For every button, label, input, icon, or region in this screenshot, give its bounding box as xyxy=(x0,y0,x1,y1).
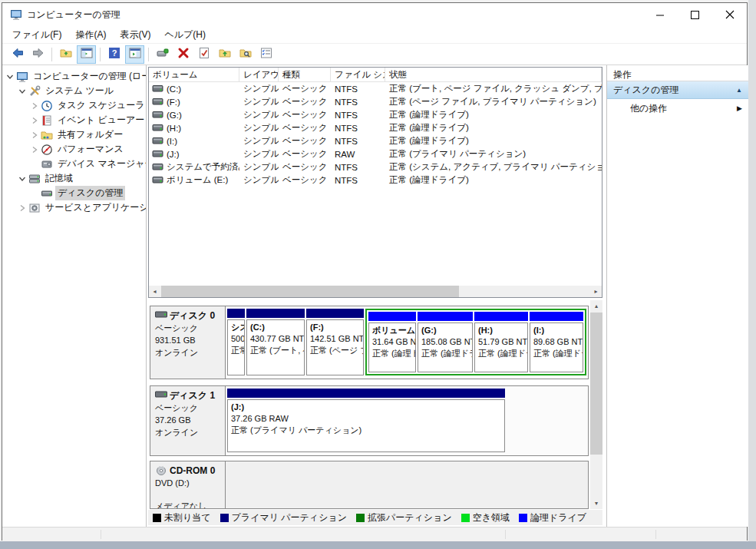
toolbar-show-console-tree-button[interactable] xyxy=(77,45,96,64)
sidebar-item-system-tools[interactable]: システム ツール xyxy=(2,84,146,98)
desktop-edge-bottom xyxy=(0,541,756,549)
toolbar-folder-up-button[interactable] xyxy=(215,45,234,64)
volume-row-c[interactable]: (C:)シンプルベーシックNTFS正常 (ブート, ページ ファイル, クラッシ… xyxy=(149,82,602,95)
disk-name: ディスク 0 xyxy=(170,309,215,322)
toolbar-show-action-pane-button[interactable] xyxy=(125,45,144,64)
volume-name: (C:) xyxy=(167,84,181,94)
title-bar: コンピューターの管理 xyxy=(2,3,747,26)
sidebar-item-shared-folders[interactable]: 共有フォルダー xyxy=(2,127,146,142)
volume-name: (I:) xyxy=(167,137,177,146)
partition-label: ボリューム (E:) xyxy=(372,325,415,336)
sidebar-item-task-scheduler[interactable]: タスク スケジューラ xyxy=(2,98,146,113)
scroll-down-arrow-icon[interactable]: ▾ xyxy=(590,498,602,509)
scroll-up-arrow-icon[interactable]: ▴ xyxy=(590,300,602,312)
scroll-left-arrow-icon[interactable]: ◂ xyxy=(149,286,160,297)
expanded-chevron-icon[interactable] xyxy=(17,174,28,184)
toolbar-folder-find-button[interactable] xyxy=(236,45,255,64)
toolbar-up-folder-button[interactable] xyxy=(56,45,75,64)
sidebar-item-services-and-applications[interactable]: サービスとアプリケーション xyxy=(2,200,146,215)
volume-drive-icon xyxy=(152,135,163,147)
expanded-chevron-icon[interactable] xyxy=(5,72,15,81)
collapsed-chevron-icon[interactable] xyxy=(29,101,40,111)
toolbar-forward-button[interactable] xyxy=(28,45,48,64)
legend-swatch-icon xyxy=(461,514,470,522)
column-header-3[interactable]: ファイル システム xyxy=(331,68,385,81)
close-button[interactable] xyxy=(712,3,747,26)
partition-e[interactable]: ボリューム (E:)31.64 GB NTFS正常 (論理ドライブ) xyxy=(368,312,416,372)
legend-swatch-icon xyxy=(220,514,229,522)
volume-type: ベーシック xyxy=(279,122,331,134)
partition-type-bar xyxy=(306,309,364,318)
disk-0-label-panel[interactable]: ディスク 0ベーシック931.51 GBオンライン xyxy=(150,306,226,379)
maximize-button[interactable] xyxy=(678,3,712,26)
column-header-1[interactable]: レイアウト xyxy=(239,68,279,81)
volume-name: システムで予約済み xyxy=(167,161,239,173)
partition-type-bar xyxy=(246,309,305,318)
volume-row-g[interactable]: (G:)シンプルベーシックNTFS正常 (論理ドライブ) xyxy=(149,108,602,121)
volume-drive-icon xyxy=(152,109,163,121)
vertical-scrollbar-thumb[interactable] xyxy=(590,313,602,455)
sidebar-item-event-viewer[interactable]: イベント ビューアー xyxy=(2,113,146,127)
horizontal-scrollbar[interactable]: ◂ ▸ xyxy=(149,286,602,297)
toolbar-properties-check-button[interactable] xyxy=(194,45,213,64)
partition-system-reserved[interactable]: システムで予約済み500 MB NTFS正常 (システム, アクティブ, プライ… xyxy=(227,309,245,375)
horizontal-scrollbar-thumb[interactable] xyxy=(161,286,459,297)
volume-row-h[interactable]: (H:)シンプルベーシックNTFS正常 (論理ドライブ) xyxy=(149,121,602,134)
partition-c[interactable]: (C:)430.77 GB NTFS正常 (ブート, ページ ファイル, クラッ… xyxy=(246,309,305,375)
actions-item-more-actions[interactable]: 他の操作 ▶ xyxy=(607,99,748,117)
sidebar-item-disk-management[interactable]: ディスクの管理 xyxy=(2,186,146,200)
partition-h[interactable]: (H:)51.79 GB NTFS正常 (論理ドライブ) xyxy=(474,312,528,372)
toolbar-rescan-disks-button[interactable] xyxy=(153,45,172,64)
menu-item-2[interactable]: 表示(V) xyxy=(113,27,157,43)
volume-row-system-reserved[interactable]: システムで予約済みシンプルベーシックNTFS正常 (システム, アクティブ, プ… xyxy=(149,160,602,174)
console-tree: コンピューターの管理 (ローカル)システム ツールタスク スケジューライベント … xyxy=(2,65,146,215)
collapsed-chevron-icon[interactable] xyxy=(29,145,40,154)
expanded-chevron-icon[interactable] xyxy=(17,87,28,96)
cd-rom-0-label-panel[interactable]: CD-ROM 0DVD (D:)メディアなし xyxy=(150,461,226,508)
partition-type-bar xyxy=(474,312,528,321)
volume-row-i[interactable]: (I:)シンプルベーシックNTFS正常 (論理ドライブ) xyxy=(149,134,602,147)
sidebar-item-performance[interactable]: パフォーマンス xyxy=(2,142,146,157)
sidebar-item-device-manager[interactable]: デバイス マネージャー xyxy=(2,157,146,171)
partition-type-bar xyxy=(530,312,583,321)
toolbar-checklist-button[interactable] xyxy=(256,45,276,64)
toolbar: ? xyxy=(2,44,747,65)
toolbar-back-button[interactable] xyxy=(8,45,27,64)
collapsed-chevron-icon[interactable] xyxy=(29,131,40,140)
partition-f[interactable]: (F:)142.51 GB NTFS正常 (ページ ファイル, プライマリ パー… xyxy=(306,309,364,375)
cd-disc-icon xyxy=(155,464,167,478)
toolbar-separator xyxy=(148,48,149,61)
disk-1-label-panel[interactable]: ディスク 1ベーシック37.26 GBオンライン xyxy=(150,386,226,455)
actions-section-disk-management[interactable]: ディスクの管理 ▲ xyxy=(607,81,748,99)
volume-row-e[interactable]: ボリューム (E:)シンプルベーシックNTFS正常 (論理ドライブ) xyxy=(149,174,602,187)
legend-swatch-icon xyxy=(356,514,365,522)
legend-label: 拡張パーティション xyxy=(368,511,452,524)
legend-swatch-icon xyxy=(153,514,161,522)
menu-item-3[interactable]: ヘルプ(H) xyxy=(157,27,213,43)
partition-i[interactable]: (I:)89.68 GB NTFS正常 (論理ドライブ) xyxy=(530,312,583,372)
collapsed-chevron-icon[interactable] xyxy=(17,203,28,213)
sidebar-item-computer-management-root[interactable]: コンピューターの管理 (ローカル) xyxy=(2,69,146,84)
volume-row-f[interactable]: (F:)シンプルベーシックNTFS正常 (ページ ファイル, プライマリ パーテ… xyxy=(149,95,602,108)
vertical-scrollbar[interactable]: ▴ ▾ xyxy=(590,300,602,509)
partition-j[interactable]: (J:)37.26 GB RAW正常 (プライマリ パーティション) xyxy=(227,389,505,452)
sidebar-item-storage[interactable]: 記憶域 xyxy=(2,171,146,186)
toolbar-delete-button[interactable] xyxy=(173,45,193,64)
volume-type: ベーシック xyxy=(279,83,331,94)
column-header-4[interactable]: 状態 xyxy=(385,68,602,81)
toolbar-help-button[interactable]: ? xyxy=(104,45,124,64)
column-header-2[interactable]: 種類 xyxy=(279,68,331,81)
menu-item-0[interactable]: ファイル(F) xyxy=(5,27,68,43)
volume-row-j[interactable]: (J:)シンプルベーシックRAW正常 (プライマリ パーティション) xyxy=(149,147,602,160)
page-check-icon xyxy=(198,47,210,62)
collapse-arrow-icon[interactable]: ▲ xyxy=(736,87,742,94)
volume-filesystem: RAW xyxy=(331,150,385,159)
scroll-right-arrow-icon[interactable]: ▸ xyxy=(590,286,602,297)
minimize-button[interactable] xyxy=(643,3,678,26)
folder-magnifier-icon xyxy=(239,47,252,62)
partition-g[interactable]: (G:)185.08 GB NTFS正常 (論理ドライブ) xyxy=(418,312,473,372)
menu-item-1[interactable]: 操作(A) xyxy=(68,27,113,43)
collapsed-chevron-icon[interactable] xyxy=(29,116,40,125)
column-header-0[interactable]: ボリューム xyxy=(149,68,239,81)
volume-drive-icon xyxy=(152,96,163,108)
